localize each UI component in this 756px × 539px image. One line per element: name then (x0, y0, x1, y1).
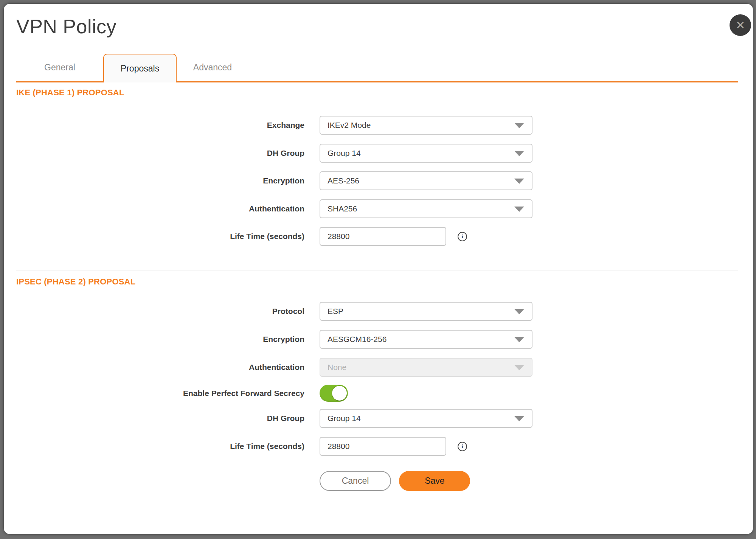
footer-buttons: Cancel Save (320, 471, 470, 491)
ipsec-dh-group-select-value: Group 14 (328, 414, 361, 423)
close-button[interactable]: ✕ (730, 14, 751, 36)
info-icon[interactable]: i (458, 442, 467, 451)
protocol-label: Protocol (4, 302, 304, 321)
vpn-policy-dialog: VPN Policy General Proposals Advanced IK… (4, 4, 753, 534)
encryption-select[interactable]: AES-256 (320, 171, 532, 190)
page-title: VPN Policy (16, 15, 116, 38)
tab-proposals-label: Proposals (121, 64, 159, 74)
ipsec-authentication-row: Authentication None (4, 358, 753, 377)
ipsec-life-time-label: Life Time (seconds) (4, 437, 304, 456)
pfs-toggle-knob (332, 386, 347, 401)
ipsec-encryption-row: Encryption AESGCM16-256 (4, 330, 753, 349)
life-time-row: Life Time (seconds) i (4, 227, 753, 246)
protocol-select-value: ESP (328, 307, 343, 316)
dropdown-caret-icon (514, 416, 524, 421)
encryption-select-value: AES-256 (328, 176, 359, 185)
tab-general[interactable]: General (16, 54, 103, 81)
dropdown-caret-icon (514, 309, 524, 314)
life-time-label: Life Time (seconds) (4, 227, 304, 246)
protocol-select[interactable]: ESP (320, 302, 532, 321)
ipsec-phase2-heading: IPSEC (PHASE 2) PROPOSAL (16, 277, 135, 287)
ipsec-life-time-row: Life Time (seconds) i (4, 437, 753, 456)
ipsec-authentication-label: Authentication (4, 358, 304, 377)
tab-advanced-label: Advanced (193, 62, 232, 73)
save-button[interactable]: Save (399, 471, 470, 491)
exchange-row: Exchange IKEv2 Mode (4, 116, 753, 135)
exchange-label: Exchange (4, 116, 304, 135)
cancel-button[interactable]: Cancel (320, 471, 391, 491)
ipsec-authentication-select: None (320, 358, 532, 377)
ipsec-encryption-select-value: AESGCM16-256 (328, 335, 387, 344)
pfs-row: Enable Perfect Forward Secrecy (4, 385, 753, 404)
ipsec-encryption-select[interactable]: AESGCM16-256 (320, 330, 532, 349)
tab-bar: General Proposals Advanced (16, 55, 738, 82)
info-icon[interactable]: i (458, 232, 467, 241)
dropdown-caret-icon (514, 337, 524, 342)
exchange-select-value: IKEv2 Mode (328, 121, 371, 130)
ipsec-encryption-label: Encryption (4, 330, 304, 349)
dropdown-caret-icon (514, 151, 524, 156)
dropdown-caret-icon (514, 207, 524, 212)
authentication-select[interactable]: SHA256 (320, 199, 532, 218)
section-divider (16, 270, 738, 270)
ipsec-dh-group-select[interactable]: Group 14 (320, 409, 532, 428)
ipsec-authentication-select-value: None (328, 363, 346, 372)
pfs-label: Enable Perfect Forward Secrecy (4, 385, 304, 402)
dh-group-select-value: Group 14 (328, 149, 361, 158)
close-icon: ✕ (736, 20, 745, 31)
ipsec-life-time-input[interactable] (320, 437, 446, 456)
tab-advanced[interactable]: Advanced (177, 54, 248, 81)
tab-proposals[interactable]: Proposals (103, 54, 177, 82)
authentication-row: Authentication SHA256 (4, 199, 753, 218)
info-icon-glyph: i (461, 233, 463, 240)
dropdown-caret-icon (514, 123, 524, 128)
encryption-row: Encryption AES-256 (4, 171, 753, 190)
ike-phase1-heading: IKE (PHASE 1) PROPOSAL (16, 88, 124, 98)
ipsec-dh-group-label: DH Group (4, 409, 304, 428)
authentication-select-value: SHA256 (328, 204, 357, 213)
life-time-input[interactable] (320, 227, 446, 246)
dh-group-select[interactable]: Group 14 (320, 144, 532, 163)
authentication-label: Authentication (4, 199, 304, 218)
protocol-row: Protocol ESP (4, 302, 753, 321)
dropdown-caret-icon (514, 179, 524, 184)
exchange-select[interactable]: IKEv2 Mode (320, 116, 532, 135)
tab-general-label: General (44, 62, 75, 73)
dh-group-label: DH Group (4, 144, 304, 163)
encryption-label: Encryption (4, 171, 304, 190)
ipsec-dh-group-row: DH Group Group 14 (4, 409, 753, 428)
pfs-toggle[interactable] (320, 385, 348, 402)
dh-group-row: DH Group Group 14 (4, 144, 753, 163)
info-icon-glyph: i (461, 443, 463, 450)
dropdown-caret-icon (514, 365, 524, 370)
